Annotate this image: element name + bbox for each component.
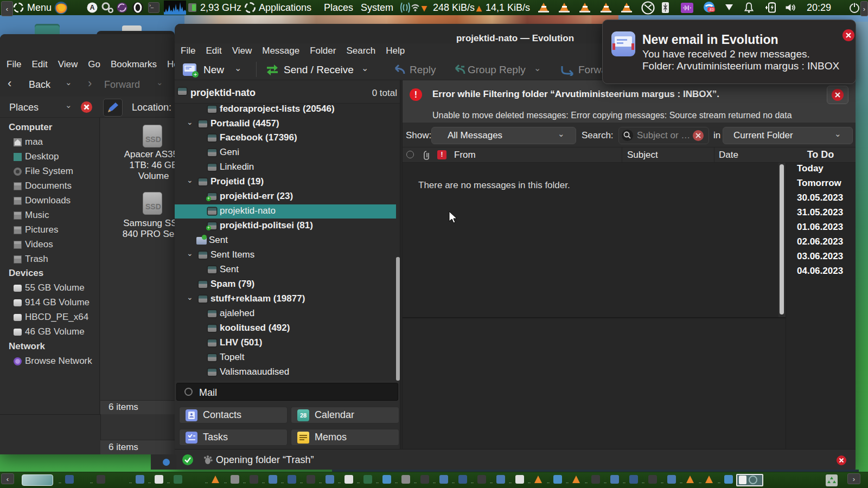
svg-text:A: A: [90, 4, 95, 11]
svg-text:.83: .83: [709, 8, 713, 11]
